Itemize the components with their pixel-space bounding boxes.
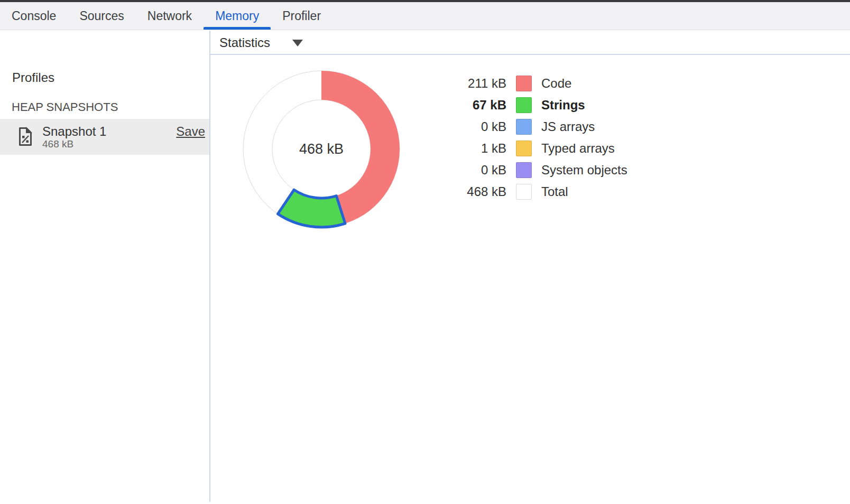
legend-row-js-arrays[interactable]: 0 kB JS arrays	[459, 116, 627, 137]
legend-row-system-objects[interactable]: 0 kB System objects	[459, 159, 627, 181]
legend-swatch	[516, 141, 532, 156]
chevron-down-icon	[292, 40, 303, 46]
legend-label: Total	[541, 184, 568, 199]
tab-console[interactable]: Console	[0, 2, 68, 30]
legend-value: 468 kB	[459, 184, 506, 199]
pie-slice-strings[interactable]	[278, 190, 345, 227]
snapshot-name: Snapshot 1	[42, 124, 106, 139]
legend-swatch	[516, 119, 532, 135]
devtools-tab-bar: Console Sources Network Memory Profiler	[0, 2, 850, 30]
legend-row-total[interactable]: 468 kB Total	[459, 181, 627, 202]
snapshot-size: 468 kB	[42, 138, 73, 150]
snapshot-list-item[interactable]: Snapshot 1 468 kB Save	[0, 119, 209, 155]
heap-snapshots-section-header: HEAP SNAPSHOTS	[12, 100, 118, 114]
chart-total-label: 468 kB	[279, 141, 364, 157]
save-snapshot-link[interactable]: Save	[176, 124, 205, 139]
legend-value: 0 kB	[459, 119, 506, 134]
tab-profiler[interactable]: Profiler	[271, 2, 332, 30]
perspective-select-label: Statistics	[219, 35, 270, 50]
legend-label: Typed arrays	[541, 141, 615, 156]
legend-label: System objects	[541, 163, 627, 178]
profiles-sidebar: Profiles HEAP SNAPSHOTS Snapshot 1 468 k…	[0, 31, 210, 502]
chart-legend: 211 kB Code 67 kB Strings 0 kB JS arrays…	[459, 72, 627, 202]
devtools-memory-panel: Console Sources Network Memory Profiler …	[0, 0, 850, 504]
legend-swatch	[516, 184, 532, 200]
heap-snapshot-file-icon	[18, 127, 32, 146]
tab-memory[interactable]: Memory	[204, 2, 271, 30]
legend-value: 67 kB	[459, 98, 506, 113]
legend-row-strings[interactable]: 67 kB Strings	[459, 94, 627, 116]
legend-value: 211 kB	[459, 76, 506, 91]
legend-swatch	[516, 97, 532, 113]
legend-row-typed-arrays[interactable]: 1 kB Typed arrays	[459, 137, 627, 159]
perspective-select[interactable]: Statistics	[219, 34, 303, 52]
tab-network[interactable]: Network	[136, 2, 204, 30]
legend-label: Code	[541, 76, 571, 91]
legend-value: 1 kB	[459, 141, 506, 156]
legend-swatch	[516, 76, 532, 91]
legend-swatch	[516, 162, 532, 178]
tab-sources[interactable]: Sources	[68, 2, 135, 30]
legend-value: 0 kB	[459, 163, 506, 178]
legend-label: Strings	[541, 98, 585, 113]
legend-label: JS arrays	[541, 119, 595, 134]
sidebar-title: Profiles	[12, 70, 54, 85]
legend-row-code[interactable]: 211 kB Code	[459, 72, 627, 94]
